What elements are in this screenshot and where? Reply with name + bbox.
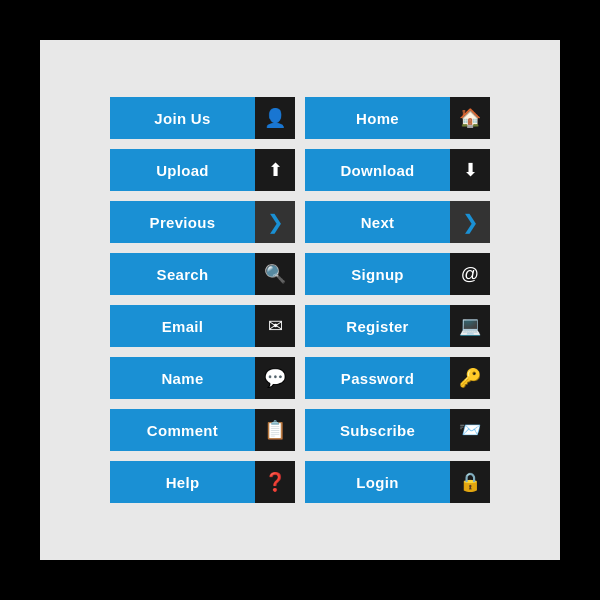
download-label: Download bbox=[305, 149, 450, 191]
help-button[interactable]: Help❓ bbox=[110, 461, 295, 503]
help-icon: ❓ bbox=[255, 461, 295, 503]
previous-label: Previous bbox=[110, 201, 255, 243]
password-icon: 🔑 bbox=[450, 357, 490, 399]
comment-label: Comment bbox=[110, 409, 255, 451]
name-icon: 💬 bbox=[255, 357, 295, 399]
button-grid: Join Us👤Home🏠Upload⬆Download⬇Previous❯Ne… bbox=[90, 77, 510, 523]
home-icon: 🏠 bbox=[450, 97, 490, 139]
password-button[interactable]: Password🔑 bbox=[305, 357, 490, 399]
subscribe-button[interactable]: Subscribe📨 bbox=[305, 409, 490, 451]
next-icon: ❯ bbox=[450, 201, 490, 243]
subscribe-label: Subscribe bbox=[305, 409, 450, 451]
upload-button[interactable]: Upload⬆ bbox=[110, 149, 295, 191]
signup-button[interactable]: Signup@ bbox=[305, 253, 490, 295]
email-button[interactable]: Email✉ bbox=[110, 305, 295, 347]
email-label: Email bbox=[110, 305, 255, 347]
login-label: Login bbox=[305, 461, 450, 503]
next-label: Next bbox=[305, 201, 450, 243]
join-us-button[interactable]: Join Us👤 bbox=[110, 97, 295, 139]
download-icon: ⬇ bbox=[450, 149, 490, 191]
home-button[interactable]: Home🏠 bbox=[305, 97, 490, 139]
password-label: Password bbox=[305, 357, 450, 399]
comment-button[interactable]: Comment📋 bbox=[110, 409, 295, 451]
next-button[interactable]: Next❯ bbox=[305, 201, 490, 243]
download-button[interactable]: Download⬇ bbox=[305, 149, 490, 191]
home-label: Home bbox=[305, 97, 450, 139]
outer-frame: Join Us👤Home🏠Upload⬆Download⬇Previous❯Ne… bbox=[40, 40, 560, 560]
login-icon: 🔒 bbox=[450, 461, 490, 503]
search-icon: 🔍 bbox=[255, 253, 295, 295]
comment-icon: 📋 bbox=[255, 409, 295, 451]
name-button[interactable]: Name💬 bbox=[110, 357, 295, 399]
signup-icon: @ bbox=[450, 253, 490, 295]
join-us-icon: 👤 bbox=[255, 97, 295, 139]
register-label: Register bbox=[305, 305, 450, 347]
previous-icon: ❯ bbox=[255, 201, 295, 243]
search-button[interactable]: Search🔍 bbox=[110, 253, 295, 295]
help-label: Help bbox=[110, 461, 255, 503]
register-icon: 💻 bbox=[450, 305, 490, 347]
previous-button[interactable]: Previous❯ bbox=[110, 201, 295, 243]
name-label: Name bbox=[110, 357, 255, 399]
subscribe-icon: 📨 bbox=[450, 409, 490, 451]
join-us-label: Join Us bbox=[110, 97, 255, 139]
upload-label: Upload bbox=[110, 149, 255, 191]
signup-label: Signup bbox=[305, 253, 450, 295]
register-button[interactable]: Register💻 bbox=[305, 305, 490, 347]
search-label: Search bbox=[110, 253, 255, 295]
login-button[interactable]: Login🔒 bbox=[305, 461, 490, 503]
email-icon: ✉ bbox=[255, 305, 295, 347]
upload-icon: ⬆ bbox=[255, 149, 295, 191]
